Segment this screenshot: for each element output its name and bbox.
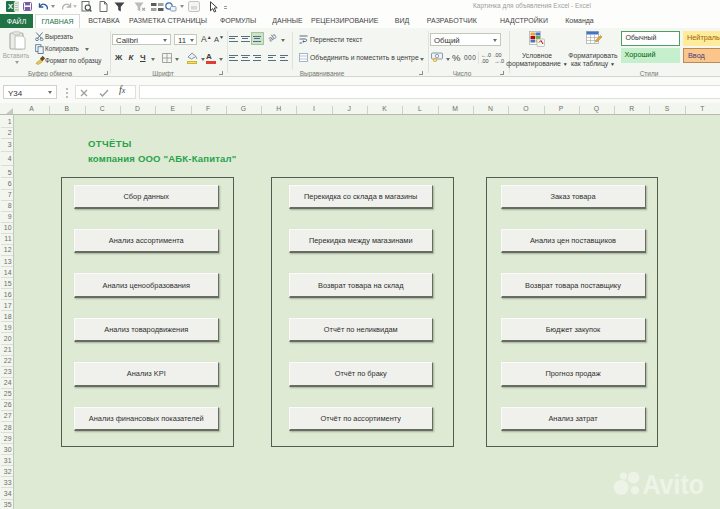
svg-text:Avito: Avito [643,469,705,500]
svg-text:X: X [8,2,13,11]
